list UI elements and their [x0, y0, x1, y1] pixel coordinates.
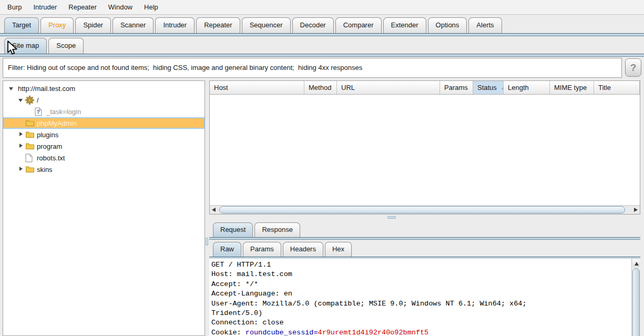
site-map-tree: http://mail.test.com/?_task=loginphpMyAd… [3, 80, 205, 336]
toggle-spacer [17, 119, 25, 127]
help-button[interactable]: ? [625, 58, 641, 77]
tree-item-label: robots.txt [35, 154, 65, 162]
tree-item-label: / [35, 96, 39, 104]
column-label: Method [309, 84, 331, 91]
vertical-scrollbar-thumb[interactable] [632, 268, 640, 336]
column-header-host[interactable]: Host [210, 81, 304, 94]
file-icon [25, 154, 35, 162]
column-header-mime-type[interactable]: MIME type [550, 81, 594, 94]
tab-alerts[interactable]: Alerts [468, 17, 502, 33]
column-header-length[interactable]: Length [504, 81, 550, 94]
tab-spider[interactable]: Spider [75, 17, 111, 33]
tree-item-label: program [35, 142, 62, 150]
request-line: Cookie: roundcube_sessid=4r9uremt1d4i92r… [211, 328, 631, 336]
collapse-toggle-icon[interactable] [7, 84, 16, 93]
subtab-site-map[interactable]: Site map [4, 38, 47, 54]
sub-tab-strip-divider [0, 54, 644, 57]
question-page-icon: ? [35, 107, 44, 116]
toggle-spacer [26, 107, 35, 116]
request-viewer: GET / HTTP/1.1Host: mail.test.comAccept:… [209, 259, 640, 336]
scroll-left-icon[interactable] [212, 208, 216, 212]
column-header-url[interactable]: URL [337, 81, 440, 94]
menu-burp[interactable]: Burp [2, 1, 27, 14]
tab-target[interactable]: Target [4, 17, 39, 33]
horizontal-scrollbar-thumb[interactable] [219, 206, 625, 213]
tab-intruder[interactable]: Intruder [155, 17, 195, 33]
menu-window[interactable]: Window [103, 1, 138, 14]
scroll-right-icon[interactable] [634, 208, 638, 212]
menu-bar: BurpIntruderRepeaterWindowHelp [0, 0, 644, 15]
vertical-splitter-handle[interactable] [206, 238, 208, 246]
scroll-up-button[interactable] [632, 259, 640, 267]
menu-help[interactable]: Help [138, 1, 164, 14]
tree-item-http-mail-test-com[interactable]: http://mail.test.com [3, 83, 205, 94]
horizontal-splitter-handle[interactable] [387, 216, 396, 219]
column-header-params[interactable]: Params [440, 81, 473, 94]
request-line: GET / HTTP/1.1 [211, 260, 631, 270]
column-header-title[interactable]: Title [594, 81, 640, 94]
tab-decoder[interactable]: Decoder [292, 17, 334, 33]
requests-table-body[interactable] [210, 95, 640, 205]
tree-item-skins[interactable]: skins [3, 164, 205, 175]
gear-icon [25, 96, 35, 104]
expand-toggle-icon[interactable] [17, 130, 25, 139]
request-line: Connection: close [211, 318, 631, 328]
tree-item-label: phpMyAdmin [35, 119, 77, 127]
request-editor-text[interactable]: GET / HTTP/1.1Host: mail.test.comAccept:… [209, 259, 631, 336]
main-tab-strip: TargetProxySpiderScannerIntruderRepeater… [0, 15, 644, 33]
tree-item-label: _task=login [44, 108, 81, 116]
view-tab-strip: RawParamsHeadersHex [209, 240, 640, 257]
tree-item-plugins[interactable]: plugins [3, 129, 205, 140]
tree-item-[interactable]: / [3, 94, 205, 106]
tree-item-program[interactable]: program [3, 140, 205, 152]
vertical-scrollbar[interactable] [631, 259, 640, 336]
requests-table: HostMethodURLParamsStatusLengthMIME type… [209, 80, 640, 215]
folder-icon [25, 142, 35, 150]
tree-item-label: http://mail.test.com [16, 85, 75, 93]
column-header-method[interactable]: Method [304, 81, 337, 94]
column-label: URL [341, 84, 355, 91]
collapse-toggle-icon[interactable] [17, 96, 25, 104]
folder-icon [25, 119, 35, 127]
menu-repeater[interactable]: Repeater [63, 1, 102, 14]
column-label: MIME type [554, 84, 587, 91]
request-line: Trident/5.0) [211, 309, 631, 318]
column-label: Status [477, 84, 497, 91]
menu-intruder[interactable]: Intruder [27, 1, 63, 14]
request-line: Accept: */* [211, 280, 631, 289]
tree-item-robots-txt[interactable]: robots.txt [3, 152, 205, 164]
editor-tab-request[interactable]: Request [213, 222, 253, 237]
column-label: Host [214, 84, 228, 91]
expand-toggle-icon[interactable] [17, 142, 25, 150]
view-tab-params[interactable]: Params [243, 242, 281, 257]
tab-scanner[interactable]: Scanner [113, 17, 154, 33]
message-editor: RequestResponse RawParamsHeadersHex GET … [209, 221, 640, 336]
view-tab-headers[interactable]: Headers [283, 242, 323, 257]
scroll-up-icon [635, 262, 639, 266]
tree-item-task-login[interactable]: ?_task=login [3, 106, 205, 117]
tab-comparer[interactable]: Comparer [335, 17, 382, 33]
filter-bar[interactable]: Filter: Hiding out of scope and not foun… [3, 58, 622, 78]
folder-icon [25, 165, 35, 174]
request-line: Host: mail.test.com [211, 270, 631, 279]
tab-repeater[interactable]: Repeater [196, 17, 240, 33]
column-label: Length [508, 84, 529, 91]
view-tab-hex[interactable]: Hex [325, 242, 352, 257]
tab-extender[interactable]: Extender [383, 17, 426, 33]
editor-tab-response[interactable]: Response [254, 222, 300, 237]
column-label: Title [598, 84, 611, 91]
view-tab-raw[interactable]: Raw [213, 242, 241, 257]
tab-proxy[interactable]: Proxy [40, 17, 74, 33]
column-header-status[interactable]: Status [473, 81, 504, 94]
tab-options[interactable]: Options [428, 17, 467, 33]
table-header: HostMethodURLParamsStatusLengthMIME type… [210, 81, 640, 95]
filter-row: Filter: Hiding out of scope and not foun… [3, 58, 641, 78]
horizontal-scrollbar[interactable] [210, 205, 640, 214]
tab-sequencer[interactable]: Sequencer [242, 17, 291, 33]
request-line: Accept-Language: en [211, 289, 631, 299]
subtab-scope[interactable]: Scope [48, 38, 84, 54]
expand-toggle-icon[interactable] [17, 165, 25, 174]
burp-suite-window: BurpIntruderRepeaterWindowHelp TargetPro… [0, 0, 644, 336]
tree-item-phpmyadmin[interactable]: phpMyAdmin [3, 117, 205, 129]
editor-tab-strip: RequestResponse [209, 221, 640, 237]
